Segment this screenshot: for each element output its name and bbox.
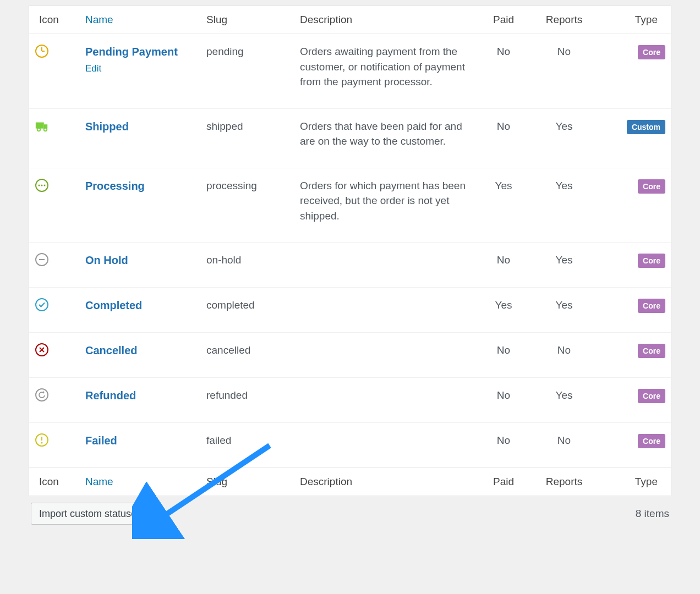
col-footer-type: Type [597, 468, 671, 496]
type-badge-core: Core [638, 434, 665, 448]
status-slug: cancelled [201, 333, 294, 378]
status-type: Core [597, 423, 671, 468]
status-name-cell: Cancelled [80, 333, 201, 378]
refund-icon [29, 378, 80, 423]
type-badge-custom: Custom [627, 120, 665, 134]
status-paid: No [476, 378, 531, 423]
col-header-name[interactable]: Name [80, 6, 201, 34]
col-footer-slug: Slug [201, 468, 294, 496]
status-slug: on-hold [201, 243, 294, 288]
status-slug: refunded [201, 378, 294, 423]
status-description [294, 288, 476, 333]
table-row: RefundedrefundedNoYesCore [29, 378, 671, 423]
status-slug: failed [201, 423, 294, 468]
status-description: Orders that have been paid for and are o… [294, 109, 476, 168]
type-badge-core: Core [638, 389, 665, 403]
status-type: Core [597, 333, 671, 378]
status-slug: pending [201, 34, 294, 109]
status-name-link[interactable]: Processing [85, 180, 145, 192]
table-row: CompletedcompletedYesYesCore [29, 288, 671, 333]
status-paid: No [476, 109, 531, 168]
status-description [294, 423, 476, 468]
col-header-reports: Reports [531, 6, 597, 34]
svg-point-5 [37, 128, 41, 131]
status-type: Core [597, 243, 671, 288]
status-reports: Yes [531, 168, 597, 243]
col-footer-name[interactable]: Name [80, 468, 201, 496]
table-row: On Holdon-holdNoYesCore [29, 243, 671, 288]
status-name-link[interactable]: Cancelled [85, 344, 137, 356]
status-slug: processing [201, 168, 294, 243]
status-name-link[interactable]: On Hold [85, 254, 128, 266]
type-badge-core: Core [638, 344, 665, 358]
status-name-link[interactable]: Shipped [85, 120, 129, 133]
col-footer-icon: Icon [29, 468, 80, 496]
status-name-link[interactable]: Pending Payment [85, 46, 178, 58]
status-name-cell: Processing [80, 168, 201, 243]
svg-point-20 [41, 442, 43, 444]
status-table: Icon Name Slug Description Paid Reports … [29, 6, 671, 496]
svg-point-9 [41, 184, 43, 186]
x-icon [29, 333, 80, 378]
check-icon [29, 288, 80, 333]
status-paid: No [476, 34, 531, 109]
status-name-cell: Refunded [80, 378, 201, 423]
status-name-cell: On Hold [80, 243, 201, 288]
status-reports: Yes [531, 243, 597, 288]
status-paid: No [476, 333, 531, 378]
status-reports: Yes [531, 378, 597, 423]
svg-point-10 [44, 184, 46, 186]
table-row: ProcessingprocessingOrders for which pay… [29, 168, 671, 243]
import-custom-statuses-button[interactable]: Import custom statuses [31, 503, 150, 525]
status-reports: No [531, 423, 597, 468]
status-name-link[interactable]: Failed [85, 435, 117, 447]
status-name-cell: Completed [80, 288, 201, 333]
svg-point-13 [36, 299, 48, 311]
status-type: Core [597, 34, 671, 109]
dots-icon [29, 168, 80, 243]
truck-icon [29, 109, 80, 168]
edit-link[interactable]: Edit [85, 63, 101, 74]
minus-icon [29, 243, 80, 288]
status-description: Orders awaiting payment from the custome… [294, 34, 476, 109]
status-name-link[interactable]: Refunded [85, 389, 136, 402]
status-slug: completed [201, 288, 294, 333]
type-badge-core: Core [638, 45, 665, 59]
status-description [294, 378, 476, 423]
clock-icon [29, 34, 80, 109]
status-name-cell: Shipped [80, 109, 201, 168]
col-header-type: Type [597, 6, 671, 34]
table-row: ShippedshippedOrders that have been paid… [29, 109, 671, 168]
status-description [294, 243, 476, 288]
col-header-icon: Icon [29, 6, 80, 34]
item-count: 8 items [636, 508, 669, 520]
status-name-cell: Failed [80, 423, 201, 468]
status-reports: Yes [531, 109, 597, 168]
svg-point-8 [39, 184, 40, 186]
status-reports: No [531, 333, 597, 378]
type-badge-core: Core [638, 254, 665, 268]
col-header-slug: Slug [201, 6, 294, 34]
table-row: Pending PaymentEditpendingOrders awaitin… [29, 34, 671, 109]
svg-point-17 [36, 389, 48, 401]
col-footer-reports: Reports [531, 468, 597, 496]
status-paid: Yes [476, 288, 531, 333]
type-badge-core: Core [638, 299, 665, 313]
svg-point-6 [44, 128, 47, 131]
table-row: CancelledcancelledNoNoCore [29, 333, 671, 378]
status-reports: No [531, 34, 597, 109]
table-row: FailedfailedNoNoCore [29, 423, 671, 468]
status-name-link[interactable]: Completed [85, 299, 142, 311]
col-header-paid: Paid [476, 6, 531, 34]
status-reports: Yes [531, 288, 597, 333]
status-type: Core [597, 378, 671, 423]
status-slug: shipped [201, 109, 294, 168]
status-type: Core [597, 168, 671, 243]
status-paid: No [476, 423, 531, 468]
col-footer-paid: Paid [476, 468, 531, 496]
col-header-description: Description [294, 6, 476, 34]
status-paid: No [476, 243, 531, 288]
type-badge-core: Core [638, 179, 665, 194]
col-footer-description: Description [294, 468, 476, 496]
status-type: Custom [597, 109, 671, 168]
